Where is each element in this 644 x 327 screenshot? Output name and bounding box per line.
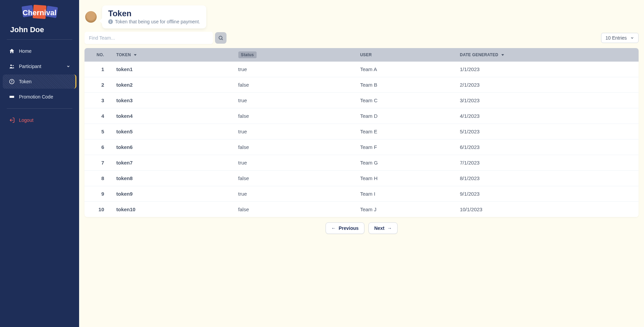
svg-point-1 (13, 65, 14, 66)
table-row[interactable]: 2token2falseTeam B2/1/2023 (85, 77, 639, 93)
token-icon: T (9, 79, 15, 85)
cell-user: Team B (355, 77, 455, 93)
cell-date: 7/1/2023 (455, 155, 639, 171)
cell-no: 7 (85, 155, 112, 171)
toolbar: 10 Entries (85, 32, 639, 44)
sidebar-item-token[interactable]: T Token (3, 74, 76, 89)
cell-user: Team D (355, 108, 455, 124)
sidebar-item-logout[interactable]: Logout (3, 113, 76, 127)
next-button[interactable]: Next → (368, 222, 398, 234)
sidebar-item-label: Logout (19, 117, 33, 123)
table-row[interactable]: 5token5trueTeam E5/1/2023 (85, 124, 639, 139)
cell-token: token2 (112, 77, 234, 93)
cell-date: 1/1/2023 (455, 62, 639, 77)
cell-token: token8 (112, 171, 234, 186)
page-header: Token i Token that being use for offline… (85, 0, 639, 32)
divider (7, 108, 72, 109)
cell-user: Team F (355, 139, 455, 155)
page-title: Token (108, 9, 200, 18)
col-header-date[interactable]: DATE GENERATED (455, 48, 639, 62)
table-row[interactable]: 7token7trueTeam G7/1/2023 (85, 155, 639, 171)
cell-token: token3 (112, 93, 234, 108)
sidebar-item-label: Participant (19, 64, 41, 69)
cell-token: token6 (112, 139, 234, 155)
sidebar-item-home[interactable]: Home (3, 44, 76, 58)
cell-user: Team J (355, 202, 455, 217)
table-body: 1token1trueTeam A1/1/20232token2falseTea… (85, 62, 639, 217)
col-header-no[interactable]: NO. (85, 48, 112, 62)
cell-date: 6/1/2023 (455, 139, 639, 155)
svg-text:T: T (11, 80, 13, 83)
cell-no: 6 (85, 139, 112, 155)
cell-token: token9 (112, 186, 234, 202)
svg-point-4 (219, 36, 222, 39)
search-input[interactable] (85, 32, 213, 44)
sidebar: Chernival John Doe Home Participant T To… (0, 0, 79, 327)
ticket-icon (9, 94, 15, 100)
cell-user: Team G (355, 155, 455, 171)
cell-status: false (234, 139, 356, 155)
user-name: John Doe (0, 25, 79, 39)
cell-no: 9 (85, 186, 112, 202)
page-subtitle: Token that being use for offline payment… (115, 19, 200, 24)
cell-user: Team C (355, 93, 455, 108)
sort-caret-icon (501, 54, 504, 56)
divider (7, 39, 72, 40)
cell-status: true (234, 186, 356, 202)
participant-icon (9, 63, 15, 69)
arrow-left-icon: ← (331, 225, 336, 231)
cell-date: 5/1/2023 (455, 124, 639, 139)
col-header-status[interactable]: Status (234, 48, 356, 62)
cell-status: true (234, 124, 356, 139)
cell-no: 1 (85, 62, 112, 77)
table-row[interactable]: 4token4falseTeam D4/1/2023 (85, 108, 639, 124)
pagination: ← Previous Next → (85, 217, 639, 237)
main-content: Token i Token that being use for offline… (79, 0, 644, 327)
cell-token: token10 (112, 202, 234, 217)
table-row[interactable]: 10token10falseTeam J10/1/2023 (85, 202, 639, 217)
nav-list-footer: Logout (0, 112, 79, 128)
search-icon (218, 35, 223, 41)
col-header-token[interactable]: TOKEN (112, 48, 234, 62)
sort-caret-icon (134, 54, 137, 56)
logo: Chernival (0, 5, 79, 20)
previous-button[interactable]: ← Previous (326, 222, 364, 234)
token-table: NO. TOKEN Status USER DATE GENERATED (85, 48, 639, 217)
table-row[interactable]: 8token8falseTeam H8/1/2023 (85, 171, 639, 186)
table-header: NO. TOKEN Status USER DATE GENERATED (85, 48, 639, 62)
col-header-user[interactable]: USER (355, 48, 455, 62)
cell-no: 5 (85, 124, 112, 139)
logout-icon (9, 117, 15, 123)
cell-no: 8 (85, 171, 112, 186)
page-subtitle-row: i Token that being use for offline payme… (108, 19, 200, 24)
table-row[interactable]: 1token1trueTeam A1/1/2023 (85, 62, 639, 77)
table-row[interactable]: 9token9trueTeam I9/1/2023 (85, 186, 639, 202)
cell-status: false (234, 202, 356, 217)
svg-point-0 (10, 65, 12, 66)
entries-select[interactable]: 10 Entries (601, 33, 639, 43)
search-group (85, 32, 226, 44)
chevron-down-icon (66, 64, 70, 68)
cell-date: 4/1/2023 (455, 108, 639, 124)
sidebar-item-label: Promotion Code (19, 94, 53, 100)
entries-label: 10 Entries (605, 35, 627, 41)
app-name: Chernival (23, 8, 56, 17)
info-icon: i (108, 19, 113, 24)
cell-token: token1 (112, 62, 234, 77)
sidebar-item-participant[interactable]: Participant (3, 59, 76, 73)
cell-user: Team I (355, 186, 455, 202)
cell-date: 8/1/2023 (455, 171, 639, 186)
cell-status: false (234, 77, 356, 93)
home-icon (9, 48, 15, 54)
table-row[interactable]: 3token3trueTeam C3/1/2023 (85, 93, 639, 108)
cell-status: true (234, 93, 356, 108)
cell-user: Team H (355, 171, 455, 186)
table-row[interactable]: 6token6falseTeam F6/1/2023 (85, 139, 639, 155)
cell-status: true (234, 155, 356, 171)
sidebar-item-label: Home (19, 48, 31, 54)
sidebar-item-promotion-code[interactable]: Promotion Code (3, 90, 76, 104)
cell-token: token5 (112, 124, 234, 139)
chevron-down-icon (630, 36, 634, 40)
cell-date: 10/1/2023 (455, 202, 639, 217)
search-button[interactable] (215, 32, 226, 44)
